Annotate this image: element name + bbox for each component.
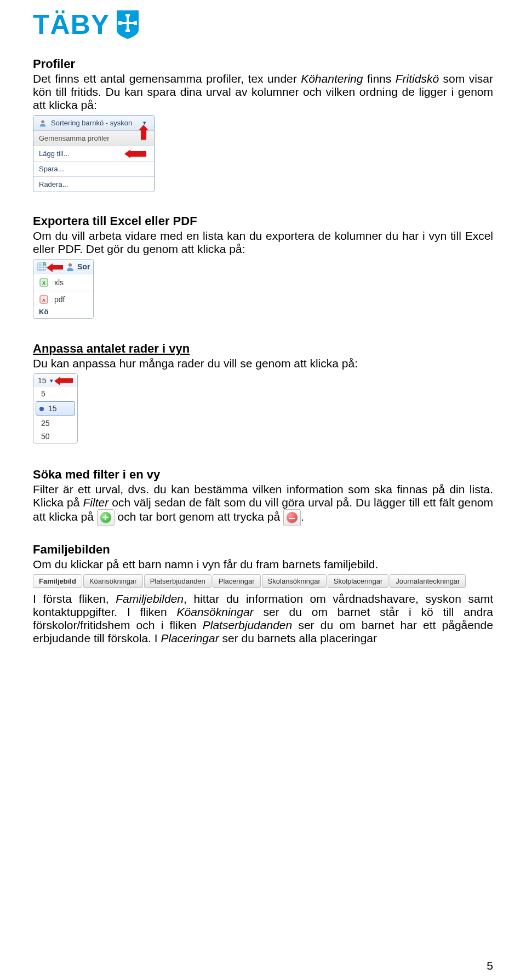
- logo-text: TÄBY: [33, 11, 110, 38]
- svg-rect-1: [118, 21, 122, 25]
- export-bottom-label: Kö: [33, 308, 93, 318]
- profile-menu-item-lagg-till[interactable]: Lägg till...: [33, 146, 154, 161]
- selected-dot-icon: [39, 407, 44, 411]
- family-tabs: Familjebild Köansökningar Platserbjudand…: [33, 574, 493, 588]
- text-export: Om du vill arbeta vidare med en lista ka…: [33, 229, 493, 256]
- heading-export: Exportera till Excel eller PDF: [33, 214, 493, 228]
- tab-platserbjudanden[interactable]: Platserbjudanden: [144, 574, 211, 588]
- export-menu: Sor X xls A pdf Kö: [33, 259, 94, 319]
- tab-familjebild[interactable]: Familjebild: [33, 574, 82, 588]
- highlight-arrow-left: [130, 151, 146, 157]
- tab-skolansokningar[interactable]: Skolansökningar: [262, 574, 327, 588]
- svg-rect-0: [125, 14, 130, 16]
- rows-option-5[interactable]: 5: [33, 387, 77, 400]
- person-icon: [39, 119, 47, 127]
- svg-point-7: [68, 263, 72, 267]
- highlight-arrow-left: [52, 265, 63, 269]
- taby-shield-icon: [115, 9, 140, 41]
- person-icon: [65, 262, 75, 272]
- rows-option-25[interactable]: 25: [33, 417, 77, 430]
- heading-rows: Anpassa antalet rader i vyn: [33, 342, 493, 356]
- chevron-down-icon: ▾: [50, 377, 53, 384]
- profile-menu-header[interactable]: Sortering barnkö - syskon ▾: [33, 116, 154, 130]
- xls-icon: X: [39, 278, 49, 287]
- highlight-arrow-left: [60, 378, 73, 383]
- taby-logo: TÄBY: [33, 9, 493, 41]
- export-sheet-icon: [37, 262, 47, 272]
- add-filter-button[interactable]: +: [97, 509, 115, 526]
- profile-menu: Sortering barnkö - syskon ▾ Gemensamma p…: [33, 115, 155, 192]
- svg-rect-3: [125, 30, 130, 32]
- text-filter: Filter är ett urval, dvs. du kan bestämm…: [33, 483, 493, 526]
- plus-icon: +: [100, 512, 111, 523]
- svg-point-4: [41, 120, 44, 123]
- export-option-pdf[interactable]: A pdf: [33, 291, 93, 308]
- export-option-xls[interactable]: X xls: [33, 274, 93, 291]
- minus-icon: –: [287, 512, 298, 523]
- rows-per-page-menu: 15 ▾ 5 15 25 50: [33, 373, 78, 443]
- text-familjebilden-2: I första fliken, Familjebilden, hittar d…: [33, 592, 493, 645]
- tab-journalanteckningar[interactable]: Journalanteckningar: [390, 574, 466, 588]
- tab-koansokningar[interactable]: Köansökningar: [83, 574, 143, 588]
- page-number: 5: [487, 959, 493, 972]
- text-profiler: Det finns ett antal gemensamma profiler,…: [33, 72, 493, 112]
- remove-filter-button[interactable]: –: [283, 509, 301, 526]
- svg-rect-2: [134, 21, 137, 25]
- svg-text:X: X: [42, 280, 45, 286]
- heading-filter: Söka med filter i en vy: [33, 468, 493, 482]
- rows-current[interactable]: 15 ▾: [33, 374, 77, 387]
- profile-menu-item-spara[interactable]: Spara...: [33, 161, 154, 176]
- tab-skolplaceringar[interactable]: Skolplaceringar: [328, 574, 389, 588]
- svg-text:A: A: [42, 298, 45, 303]
- highlight-arrow-up: [141, 130, 146, 141]
- profile-menu-item-radera[interactable]: Radera...: [33, 176, 154, 192]
- pdf-icon: A: [39, 295, 49, 304]
- tab-placeringar[interactable]: Placeringar: [213, 574, 261, 588]
- export-top-label: Sor: [77, 262, 90, 271]
- heading-profiler: Profiler: [33, 57, 493, 71]
- text-familjebilden-1: Om du klickar på ett barn namn i vyn får…: [33, 558, 493, 571]
- heading-familjebilden: Familjebilden: [33, 543, 493, 557]
- rows-option-15[interactable]: 15: [36, 401, 75, 416]
- profile-menu-item-gemensamma[interactable]: Gemensamma profiler: [33, 130, 154, 146]
- rows-option-50[interactable]: 50: [33, 430, 77, 443]
- text-rows: Du kan anpassa hur många rader du vill s…: [33, 357, 493, 370]
